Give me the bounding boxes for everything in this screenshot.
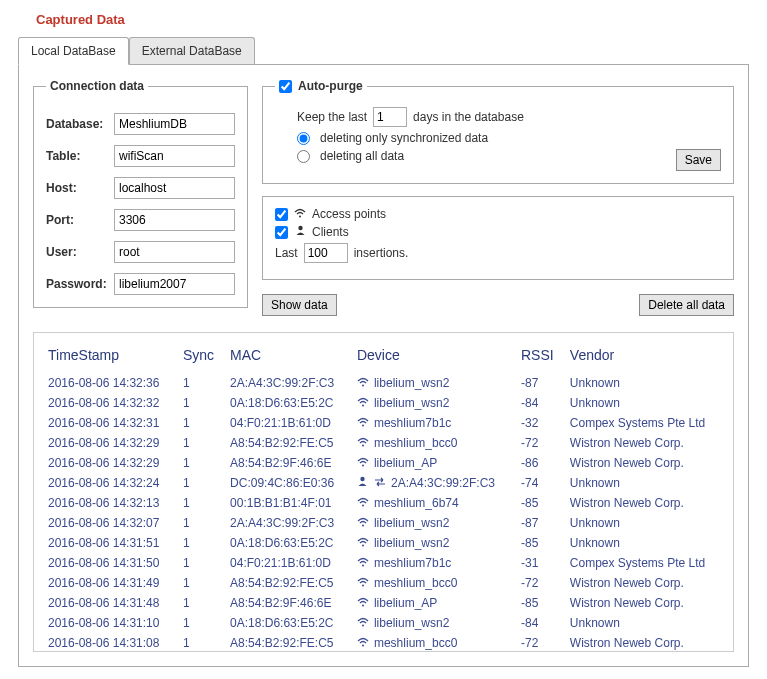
cell-rssi: -85	[515, 593, 564, 613]
tab-local-database[interactable]: Local DataBase	[18, 37, 129, 65]
user-label: User:	[46, 245, 114, 259]
filter-fieldset: Access points Clients Last insertions.	[262, 196, 734, 280]
svg-point-13	[362, 605, 364, 607]
table-row: 2016-08-06 14:31:491A8:54:B2:92:FE:C5mes…	[42, 573, 725, 593]
wifi-icon	[357, 576, 369, 590]
cell-sync: 1	[177, 373, 224, 393]
cell-mac: 0A:18:D6:63:E5:2C	[224, 613, 351, 633]
person-icon	[357, 476, 369, 490]
save-button[interactable]: Save	[676, 149, 721, 171]
cell-vendor: Wistron Neweb Corp.	[564, 493, 725, 513]
delete-all-data-button[interactable]: Delete all data	[639, 294, 734, 316]
database-label: Database:	[46, 117, 114, 131]
table-row: 2016-08-06 14:31:081A8:54:B2:92:FE:C5mes…	[42, 633, 725, 652]
table-row: 2016-08-06 14:31:1010A:18:D6:63:E5:2Clib…	[42, 613, 725, 633]
radio-sync-label: deleting only synchronized data	[320, 131, 488, 145]
cell-mac: 2A:A4:3C:99:2F:C3	[224, 513, 351, 533]
radio-delete-synchronized[interactable]	[297, 132, 310, 145]
svg-point-11	[362, 565, 364, 567]
results-scroll-area[interactable]: TimeStamp Sync MAC Device RSSI Vendor 20…	[33, 332, 734, 652]
user-input[interactable]	[114, 241, 235, 263]
table-row: 2016-08-06 14:32:0712A:A4:3C:99:2F:C3lib…	[42, 513, 725, 533]
cell-sync: 1	[177, 613, 224, 633]
cell-rssi: -32	[515, 413, 564, 433]
cell-device: libelium_AP	[351, 453, 515, 473]
cell-mac: A8:54:B2:92:FE:C5	[224, 633, 351, 652]
cell-rssi: -72	[515, 633, 564, 652]
svg-point-8	[362, 505, 364, 507]
cell-timestamp: 2016-08-06 14:32:07	[42, 513, 177, 533]
radio-delete-all[interactable]	[297, 150, 310, 163]
cell-timestamp: 2016-08-06 14:31:49	[42, 573, 177, 593]
port-input[interactable]	[114, 209, 235, 231]
col-vendor: Vendor	[564, 343, 725, 373]
cell-timestamp: 2016-08-06 14:31:08	[42, 633, 177, 652]
svg-point-7	[361, 477, 365, 481]
wifi-icon	[294, 207, 306, 221]
wifi-icon	[357, 616, 369, 630]
cell-timestamp: 2016-08-06 14:32:29	[42, 433, 177, 453]
cell-rssi: -72	[515, 433, 564, 453]
col-mac: MAC	[224, 343, 351, 373]
keep-days-input[interactable]	[373, 107, 407, 127]
auto-purge-checkbox[interactable]	[279, 80, 292, 93]
table-row: 2016-08-06 14:31:50104:F0:21:1B:61:0Dmes…	[42, 553, 725, 573]
cell-vendor: Unknown	[564, 533, 725, 553]
cell-device: meshlium_bcc0	[351, 573, 515, 593]
svg-point-3	[362, 405, 364, 407]
col-sync: Sync	[177, 343, 224, 373]
wifi-icon	[357, 396, 369, 410]
cell-vendor: Wistron Neweb Corp.	[564, 573, 725, 593]
cell-rssi: -84	[515, 393, 564, 413]
clients-checkbox[interactable]	[275, 226, 288, 239]
cell-vendor: Wistron Neweb Corp.	[564, 593, 725, 613]
svg-point-5	[362, 445, 364, 447]
wifi-icon	[357, 516, 369, 530]
cell-sync: 1	[177, 513, 224, 533]
cell-sync: 1	[177, 453, 224, 473]
show-data-button[interactable]: Show data	[262, 294, 337, 316]
keep-last-prefix: Keep the last	[297, 110, 367, 124]
col-timestamp: TimeStamp	[42, 343, 177, 373]
table-row: 2016-08-06 14:32:13100:1B:B1:B1:4F:01mes…	[42, 493, 725, 513]
cell-vendor: Unknown	[564, 473, 725, 493]
access-points-checkbox[interactable]	[275, 208, 288, 221]
wifi-icon	[357, 636, 369, 650]
cell-sync: 1	[177, 393, 224, 413]
cell-timestamp: 2016-08-06 14:32:31	[42, 413, 177, 433]
cell-mac: A8:54:B2:9F:46:6E	[224, 593, 351, 613]
password-input[interactable]	[114, 273, 235, 295]
host-label: Host:	[46, 181, 114, 195]
cell-vendor: Unknown	[564, 513, 725, 533]
table-input[interactable]	[114, 145, 235, 167]
tab-external-database[interactable]: External DataBase	[129, 37, 255, 64]
cell-timestamp: 2016-08-06 14:31:48	[42, 593, 177, 613]
cell-sync: 1	[177, 533, 224, 553]
cell-device: meshlium_6b74	[351, 493, 515, 513]
svg-point-1	[298, 226, 302, 230]
table-row: 2016-08-06 14:32:3612A:A4:3C:99:2F:C3lib…	[42, 373, 725, 393]
wifi-icon	[357, 376, 369, 390]
cell-device: libelium_wsn2	[351, 393, 515, 413]
cell-vendor: Wistron Neweb Corp.	[564, 433, 725, 453]
wifi-icon	[357, 596, 369, 610]
cell-timestamp: 2016-08-06 14:31:10	[42, 613, 177, 633]
svg-point-9	[362, 525, 364, 527]
svg-point-10	[362, 545, 364, 547]
cell-sync: 1	[177, 493, 224, 513]
cell-vendor: Compex Systems Pte Ltd	[564, 413, 725, 433]
last-insertions-input[interactable]	[304, 243, 348, 263]
port-label: Port:	[46, 213, 114, 227]
database-input[interactable]	[114, 113, 235, 135]
svg-point-0	[299, 216, 301, 218]
connection-data-fieldset: Connection data Database: Table: Host: P…	[33, 79, 248, 308]
cell-rssi: -85	[515, 493, 564, 513]
results-table: TimeStamp Sync MAC Device RSSI Vendor 20…	[42, 343, 725, 652]
table-row: 2016-08-06 14:32:241DC:09:4C:86:E0:362A:…	[42, 473, 725, 493]
last-prefix: Last	[275, 246, 298, 260]
cell-device: meshlium_bcc0	[351, 433, 515, 453]
password-label: Password:	[46, 277, 114, 291]
table-row: 2016-08-06 14:31:481A8:54:B2:9F:46:6Elib…	[42, 593, 725, 613]
host-input[interactable]	[114, 177, 235, 199]
cell-device: 2A:A4:3C:99:2F:C3	[351, 473, 515, 493]
